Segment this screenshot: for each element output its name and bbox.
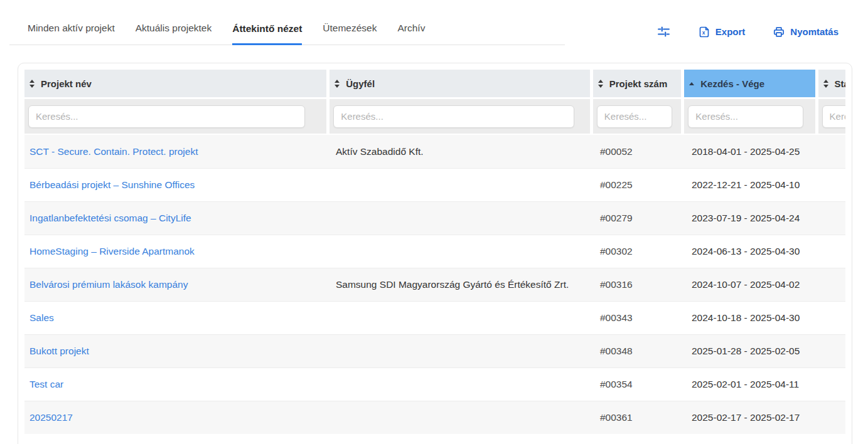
- date-range-cell: 2025-02-01 - 2025-04-11: [687, 379, 821, 390]
- filter-cell: [818, 99, 845, 134]
- project-name-cell: SCT - Secure. Contain. Protect. projekt: [24, 146, 331, 157]
- sort-asc-icon: [689, 82, 694, 85]
- table-row: SCT - Secure. Contain. Protect. projekt …: [24, 135, 845, 168]
- table-row: Belvárosi prémium lakások kampány Samsun…: [24, 268, 845, 301]
- project-link[interactable]: Test car: [29, 379, 63, 389]
- project-name-cell: Bukott projekt: [24, 346, 331, 357]
- tab-aktualis-projektek[interactable]: Aktuális projektek: [136, 23, 212, 45]
- tab-minden-aktiv-projekt[interactable]: Minden aktív projekt: [28, 23, 115, 45]
- column-header-kezdes-vege[interactable]: Kezdés - Vége: [684, 70, 815, 97]
- table-toolbar: x Export Nyomtatás: [657, 25, 839, 38]
- project-name-cell: Belvárosi prémium lakások kampány: [24, 279, 331, 290]
- project-link[interactable]: 20250217: [29, 412, 73, 423]
- table-row: 20250217 #00361 2025-02-17 - 2025-02-17: [24, 401, 845, 434]
- tab-utemezesek[interactable]: Ütemezések: [323, 23, 377, 45]
- projects-table-card: Projekt név Ügyfél Projekt szám Kezdés -…: [18, 63, 852, 444]
- filter-input-ugyfel[interactable]: [333, 105, 574, 128]
- table-row: Sales #00343 2024-10-18 - 2025-04-30: [24, 301, 845, 334]
- date-range-cell: 2022-12-21 - 2025-04-10: [687, 179, 821, 191]
- sliders-icon: [657, 25, 670, 38]
- tab-attekinto-nezet[interactable]: Áttekintő nézet: [232, 23, 302, 45]
- date-range-cell: 2025-02-17 - 2025-02-17: [687, 412, 821, 423]
- table-row: Bukott projekt #00348 2025-01-28 - 2025-…: [24, 334, 845, 367]
- export-button[interactable]: x Export: [698, 26, 746, 38]
- client-cell: Aktív Szabadidő Kft.: [331, 146, 595, 157]
- date-range-cell: 2024-06-13 - 2025-04-30: [687, 246, 821, 257]
- project-link[interactable]: Ingatlanbefektetési csomag – CityLife: [29, 213, 191, 223]
- table-row: HomeStaging – Riverside Apartmanok #0030…: [24, 235, 845, 268]
- filter-input-statusz[interactable]: [822, 105, 845, 128]
- print-label: Nyomtatás: [790, 26, 839, 37]
- tab-archiv[interactable]: Archív: [397, 23, 425, 45]
- sort-icon: [335, 80, 340, 88]
- svg-text:x: x: [702, 29, 705, 35]
- print-button[interactable]: Nyomtatás: [773, 26, 839, 38]
- project-link[interactable]: Belvárosi prémium lakások kampány: [29, 279, 188, 290]
- column-label: Státusz: [835, 78, 845, 89]
- filter-cell: [593, 99, 682, 134]
- filter-cell: [330, 99, 590, 134]
- date-range-cell: 2024-10-07 - 2025-04-02: [687, 279, 821, 290]
- project-number-cell: #00052: [595, 146, 687, 157]
- project-number-cell: #00302: [595, 246, 687, 257]
- project-link[interactable]: Sales: [29, 312, 54, 323]
- project-link[interactable]: SCT - Secure. Contain. Protect. projekt: [29, 146, 198, 157]
- project-name-cell: Test car: [24, 379, 331, 390]
- filter-input-kezdes-vege[interactable]: [688, 105, 803, 128]
- table-row: Test car #00354 2025-02-01 - 2025-04-11: [24, 367, 845, 401]
- column-header-statusz[interactable]: Státusz: [818, 70, 845, 97]
- project-number-cell: #00343: [595, 312, 687, 324]
- filter-cell: [24, 99, 326, 134]
- project-name-cell: HomeStaging – Riverside Apartmanok: [24, 246, 331, 257]
- column-settings-button[interactable]: [657, 25, 670, 38]
- date-range-cell: 2024-10-18 - 2025-04-30: [687, 312, 821, 324]
- table-body: SCT - Secure. Contain. Protect. projekt …: [24, 135, 845, 434]
- column-header-projekt-szam[interactable]: Projekt szám: [593, 70, 682, 97]
- column-header-projekt-nev[interactable]: Projekt név: [24, 70, 326, 97]
- table-row: Bérbeadási projekt – Sunshine Offices #0…: [24, 168, 845, 201]
- project-name-cell: Sales: [24, 312, 331, 324]
- project-link[interactable]: Bukott projekt: [29, 346, 89, 356]
- project-number-cell: #00348: [595, 346, 687, 357]
- filter-input-projekt-szam[interactable]: [597, 105, 672, 128]
- table-row: Ingatlanbefektetési csomag – CityLife #0…: [24, 201, 845, 235]
- filter-input-projekt-nev[interactable]: [28, 105, 305, 128]
- project-number-cell: #00225: [595, 179, 687, 191]
- project-number-cell: #00354: [595, 379, 687, 390]
- project-name-cell: Ingatlanbefektetési csomag – CityLife: [24, 213, 331, 224]
- project-name-cell: Bérbeadási projekt – Sunshine Offices: [24, 179, 331, 191]
- column-label: Kezdés - Vége: [700, 78, 764, 89]
- printer-icon: [773, 26, 785, 38]
- table-viewport: Projekt név Ügyfél Projekt szám Kezdés -…: [24, 70, 845, 444]
- sort-icon: [823, 80, 828, 88]
- excel-file-icon: x: [698, 26, 710, 38]
- sort-icon: [598, 80, 603, 88]
- export-label: Export: [715, 26, 746, 37]
- project-number-cell: #00316: [595, 279, 687, 290]
- project-link[interactable]: HomeStaging – Riverside Apartmanok: [29, 246, 195, 256]
- date-range-cell: 2018-04-01 - 2025-04-25: [687, 146, 821, 157]
- projects-table: Projekt név Ügyfél Projekt szám Kezdés -…: [24, 70, 845, 434]
- project-tabs: Minden aktív projekt Aktuális projektek …: [9, 0, 565, 45]
- column-label: Projekt név: [41, 78, 92, 89]
- project-number-cell: #00279: [595, 213, 687, 224]
- table-header-row: Projekt név Ügyfél Projekt szám Kezdés -…: [24, 70, 845, 97]
- column-label: Projekt szám: [609, 78, 668, 89]
- project-number-cell: #00361: [595, 412, 687, 423]
- project-link[interactable]: Bérbeadási projekt – Sunshine Offices: [29, 179, 195, 190]
- client-cell: Samsung SDI Magyarország Gyártó és Érték…: [331, 279, 595, 290]
- table-filter-row: [24, 99, 845, 134]
- project-name-cell: 20250217: [24, 412, 331, 423]
- date-range-cell: 2023-07-19 - 2025-04-24: [687, 213, 821, 224]
- filter-cell: [684, 99, 815, 134]
- date-range-cell: 2025-01-28 - 2025-02-05: [687, 346, 821, 357]
- column-label: Ügyfél: [346, 78, 375, 89]
- column-header-ugyfel[interactable]: Ügyfél: [330, 70, 590, 97]
- sort-icon: [29, 80, 35, 88]
